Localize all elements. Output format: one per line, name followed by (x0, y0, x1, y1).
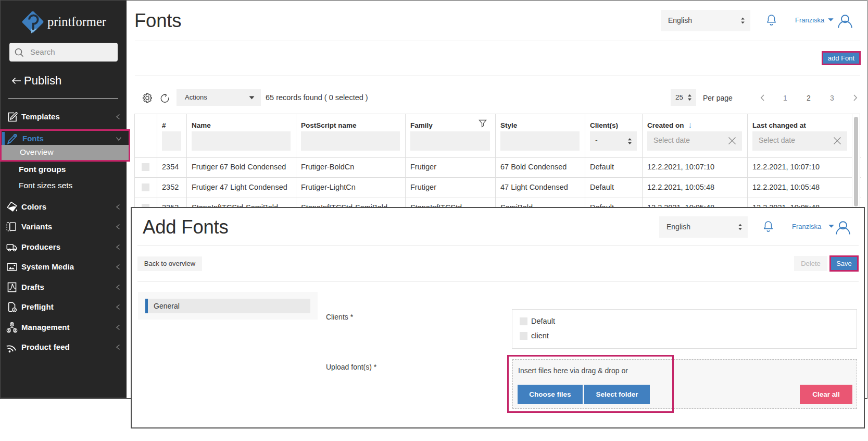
svg-text:printformer: printformer (47, 15, 106, 29)
